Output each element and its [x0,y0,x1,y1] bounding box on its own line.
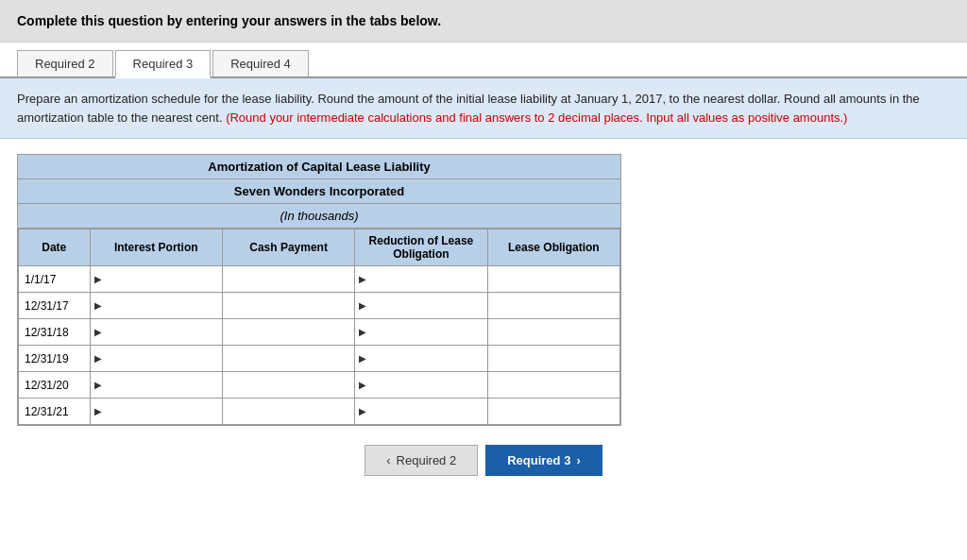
interest-input-5[interactable] [106,399,222,424]
bottom-navigation: ‹ Required 2 Required 3 › [17,445,950,476]
cash-input-1[interactable] [223,293,354,318]
obligation-cell-1 [487,293,619,319]
instructions-red-text: (Round your intermediate calculations an… [226,110,847,125]
arrow-icon-1a: ▶ [91,300,106,311]
reduction-input-2[interactable] [370,319,486,345]
col-interest: Interest Portion [90,229,222,266]
next-button[interactable]: Required 3 › [485,445,602,476]
tabs-container: Required 2 Required 3 Required 4 [0,42,967,78]
obligation-input-3[interactable] [488,346,619,371]
interest-cell-0: ▶ [90,266,222,293]
interest-cell-4: ▶ [90,372,222,399]
reduction-input-4[interactable] [370,372,486,398]
table-subtitle: Seven Wonders Incorporated [18,179,620,204]
table-row: 12/31/17 ▶ ▶ [19,293,620,319]
prev-label: Required 2 [397,453,457,467]
content-area: Amortization of Capital Lease Liability … [0,139,967,491]
obligation-cell-0 [487,266,619,293]
cash-cell-5 [222,399,354,425]
col-obligation: Lease Obligation [487,229,619,266]
tab-required4[interactable]: Required 4 [212,50,309,76]
cash-cell-1 [222,293,354,319]
instructions-block: Prepare an amortization schedule for the… [0,78,967,139]
date-cell-1: 12/31/17 [19,293,91,319]
interest-input-3[interactable] [106,346,222,371]
obligation-input-1[interactable] [488,293,619,318]
reduction-cell-2: ▶ [355,319,487,346]
interest-input-4[interactable] [106,372,222,398]
arrow-icon-0a: ▶ [91,274,106,284]
interest-cell-2: ▶ [90,319,222,346]
reduction-input-3[interactable] [370,346,486,371]
arrow-icon-2b: ▶ [355,327,370,337]
table-unit: (In thousands) [18,204,620,229]
table-title: Amortization of Capital Lease Liability [18,155,620,179]
interest-cell-3: ▶ [90,346,222,372]
amortization-table: Date Interest Portion Cash Payment Reduc… [18,229,620,425]
cash-input-2[interactable] [223,319,354,345]
interest-input-0[interactable] [106,266,222,292]
next-label: Required 3 [507,453,570,467]
cash-cell-0 [222,266,354,293]
reduction-cell-0: ▶ [355,266,487,293]
table-row: 12/31/19 ▶ ▶ [19,346,620,372]
date-cell-3: 12/31/19 [19,346,91,372]
date-cell-0: 1/1/17 [19,266,91,293]
instruction-bar: Complete this question by entering your … [0,0,967,42]
date-cell-5: 12/31/21 [19,399,91,425]
instruction-text: Complete this question by entering your … [17,13,441,28]
interest-input-2[interactable] [106,319,222,345]
interest-cell-5: ▶ [90,399,222,425]
cash-cell-3 [222,346,354,372]
amortization-table-wrapper: Amortization of Capital Lease Liability … [17,154,621,426]
reduction-input-5[interactable] [370,399,486,424]
obligation-cell-3 [487,346,619,372]
arrow-icon-3a: ▶ [91,353,106,364]
prev-button[interactable]: ‹ Required 2 [365,445,478,476]
reduction-input-1[interactable] [370,293,486,318]
col-reduction: Reduction of Lease Obligation [355,229,487,266]
reduction-cell-4: ▶ [355,372,487,399]
chevron-left-icon: ‹ [386,453,390,467]
tab-required2[interactable]: Required 2 [17,50,113,76]
cash-cell-4 [222,372,354,399]
obligation-input-4[interactable] [488,372,619,398]
table-row: 1/1/17 ▶ ▶ [19,266,620,293]
reduction-input-0[interactable] [370,266,486,292]
table-row: 12/31/18 ▶ ▶ [19,319,620,346]
interest-cell-1: ▶ [90,293,222,319]
reduction-cell-1: ▶ [355,293,487,319]
cash-input-0[interactable] [223,266,354,292]
tab-required3[interactable]: Required 3 [115,50,212,78]
col-date: Date [19,229,91,266]
date-cell-2: 12/31/18 [19,319,91,346]
arrow-icon-5b: ▶ [355,406,370,416]
arrow-icon-0b: ▶ [355,274,370,284]
arrow-icon-2a: ▶ [91,327,106,337]
col-cash: Cash Payment [222,229,354,266]
chevron-right-icon: › [576,453,580,467]
table-row: 12/31/21 ▶ ▶ [19,399,620,425]
obligation-input-5[interactable] [488,399,619,424]
interest-input-1[interactable] [106,293,222,318]
date-cell-4: 12/31/20 [19,372,91,399]
cash-input-4[interactable] [223,372,354,398]
arrow-icon-4b: ▶ [355,380,370,390]
obligation-cell-5 [487,399,619,425]
reduction-cell-5: ▶ [355,399,487,425]
obligation-input-0[interactable] [488,266,619,292]
cash-input-3[interactable] [223,346,354,371]
table-row: 12/31/20 ▶ ▶ [19,372,620,399]
arrow-icon-5a: ▶ [91,406,106,416]
arrow-icon-4a: ▶ [91,380,106,390]
arrow-icon-1b: ▶ [355,300,370,311]
obligation-cell-2 [487,319,619,346]
cash-input-5[interactable] [223,399,354,424]
cash-cell-2 [222,319,354,346]
reduction-cell-3: ▶ [355,346,487,372]
obligation-input-2[interactable] [488,319,619,345]
arrow-icon-3b: ▶ [355,353,370,364]
obligation-cell-4 [487,372,619,399]
